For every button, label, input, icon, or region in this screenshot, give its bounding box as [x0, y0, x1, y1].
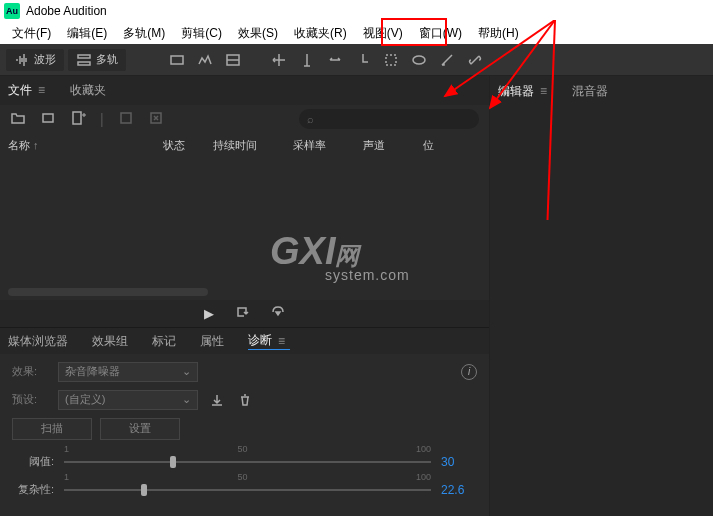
app-icon: Au — [4, 3, 20, 19]
time-tool-icon[interactable] — [350, 48, 376, 72]
lasso-tool-icon[interactable] — [406, 48, 432, 72]
menu-window[interactable]: 窗口(W) — [411, 23, 470, 44]
multitrack-toggle[interactable]: 多轨 — [68, 49, 126, 71]
menu-view[interactable]: 视图(V) — [355, 23, 411, 44]
tab-media-browser[interactable]: 媒体浏览器 — [8, 333, 68, 350]
editor-panel-tabs: 编辑器≡ 混音器 — [490, 76, 713, 106]
tab-mixer[interactable]: 混音器 — [572, 83, 608, 100]
search-input[interactable]: ⌕ — [299, 109, 479, 129]
tab-properties[interactable]: 属性 — [200, 333, 224, 350]
col-name[interactable]: 名称 — [8, 139, 30, 151]
col-status[interactable]: 状态 — [163, 138, 213, 153]
menu-clip[interactable]: 剪辑(C) — [173, 23, 230, 44]
complexity-value[interactable]: 22.6 — [441, 483, 477, 497]
hud-toggle-icon[interactable] — [164, 48, 190, 72]
col-duration[interactable]: 持续时间 — [213, 138, 293, 153]
menu-file[interactable]: 文件(F) — [4, 23, 59, 44]
marquee-tool-icon[interactable] — [378, 48, 404, 72]
scan-button[interactable]: 扫描 — [12, 418, 92, 440]
save-preset-icon[interactable] — [208, 391, 226, 409]
app-title: Adobe Audition — [26, 4, 107, 18]
info-icon[interactable]: i — [461, 364, 477, 380]
tab-effects-rack[interactable]: 效果组 — [92, 333, 128, 350]
h-scrollbar[interactable] — [8, 288, 208, 296]
svg-rect-7 — [386, 55, 396, 65]
play-icon[interactable]: ▶ — [204, 306, 214, 321]
complexity-label: 复杂性: — [12, 482, 54, 497]
threshold-slider[interactable]: 150100 — [64, 452, 431, 472]
svg-rect-11 — [121, 113, 131, 123]
record-icon[interactable] — [40, 110, 56, 129]
col-bit[interactable]: 位 — [423, 138, 453, 153]
lower-panel-tabs: 媒体浏览器 效果组 标记 属性 诊断≡ — [0, 327, 489, 354]
brush-tool-icon[interactable] — [434, 48, 460, 72]
svg-rect-5 — [171, 56, 183, 64]
menu-help[interactable]: 帮助(H) — [470, 23, 527, 44]
pitch-icon[interactable] — [220, 48, 246, 72]
open-file-icon[interactable] — [10, 110, 26, 129]
new-file-icon[interactable] — [70, 110, 86, 129]
import-icon[interactable] — [118, 110, 134, 129]
effect-select[interactable]: 杂音降噪器⌄ — [58, 362, 198, 382]
search-icon: ⌕ — [307, 113, 314, 125]
waveform-label: 波形 — [34, 52, 56, 67]
menu-effects[interactable]: 效果(S) — [230, 23, 286, 44]
svg-rect-10 — [73, 112, 81, 124]
close-file-icon[interactable] — [148, 110, 164, 129]
tab-diagnostics[interactable]: 诊断≡ — [248, 332, 290, 350]
razor-tool-icon[interactable] — [294, 48, 320, 72]
hamburger-icon[interactable]: ≡ — [38, 83, 50, 97]
tab-favorites[interactable]: 收藏夹 — [70, 82, 106, 99]
diagnostics-panel: 效果: 杂音降噪器⌄ i 预设: (自定义)⌄ 扫描 设置 阈值: 150100 — [0, 354, 489, 516]
tab-markers[interactable]: 标记 — [152, 333, 176, 350]
title-bar: Au Adobe Audition — [0, 0, 713, 22]
threshold-value[interactable]: 30 — [441, 455, 477, 469]
waveform-toggle[interactable]: 波形 — [6, 49, 64, 71]
heal-tool-icon[interactable] — [462, 48, 488, 72]
threshold-label: 阈值: — [12, 454, 54, 469]
col-samplerate[interactable]: 采样率 — [293, 138, 363, 153]
slip-tool-icon[interactable] — [322, 48, 348, 72]
main-toolbar: 波形 多轨 — [0, 44, 713, 76]
menu-favorites[interactable]: 收藏夹(R) — [286, 23, 355, 44]
preset-label: 预设: — [12, 392, 48, 407]
menu-bar: 文件(F) 编辑(E) 多轨(M) 剪辑(C) 效果(S) 收藏夹(R) 视图(… — [0, 22, 713, 44]
preset-select[interactable]: (自定义)⌄ — [58, 390, 198, 410]
col-channel[interactable]: 声道 — [363, 138, 423, 153]
settings-button[interactable]: 设置 — [100, 418, 180, 440]
svg-rect-3 — [78, 55, 90, 58]
svg-point-8 — [413, 56, 425, 64]
files-toolbar: | ⌕ — [0, 105, 489, 134]
multitrack-icon — [76, 52, 92, 68]
menu-edit[interactable]: 编辑(E) — [59, 23, 115, 44]
multitrack-label: 多轨 — [96, 52, 118, 67]
complexity-slider[interactable]: 150100 — [64, 480, 431, 500]
files-list — [0, 157, 489, 301]
menu-multitrack[interactable]: 多轨(M) — [115, 23, 173, 44]
hamburger-icon[interactable]: ≡ — [278, 334, 290, 348]
autoplay-icon[interactable] — [270, 304, 286, 323]
svg-rect-9 — [43, 114, 53, 122]
tab-files[interactable]: 文件≡ — [8, 82, 50, 99]
loop-icon[interactable] — [234, 304, 250, 323]
tab-editor[interactable]: 编辑器≡ — [498, 83, 552, 100]
effect-label: 效果: — [12, 364, 48, 379]
transport-bar: ▶ — [0, 300, 489, 327]
waveform-icon — [14, 52, 30, 68]
move-tool-icon[interactable] — [266, 48, 292, 72]
svg-rect-4 — [78, 62, 90, 65]
files-columns: 名称 ↑ 状态 持续时间 采样率 声道 位 — [0, 134, 489, 157]
files-panel-tabs: 文件≡ 收藏夹 — [0, 76, 489, 105]
spectral-icon[interactable] — [192, 48, 218, 72]
delete-preset-icon[interactable] — [236, 391, 254, 409]
hamburger-icon[interactable]: ≡ — [540, 84, 552, 98]
